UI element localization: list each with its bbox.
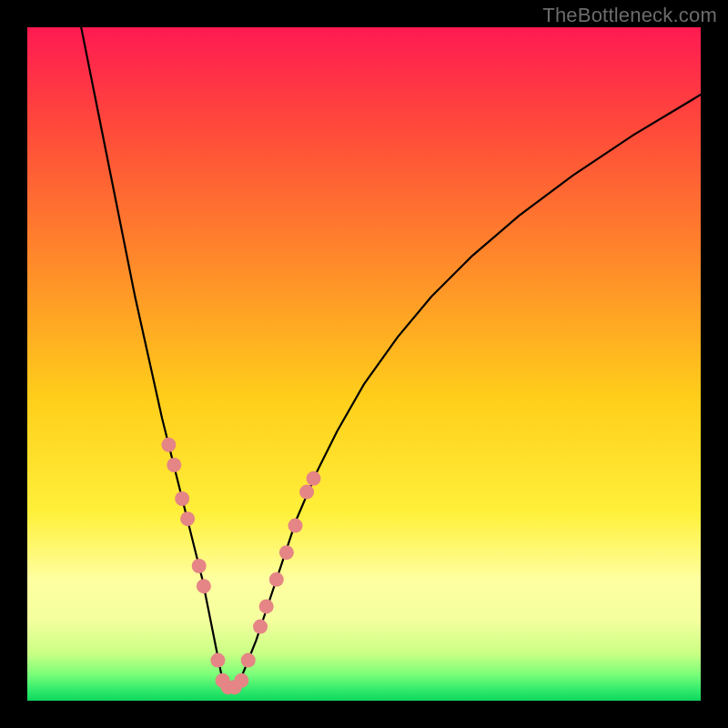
watermark-text: TheBottleneck.com bbox=[542, 4, 717, 27]
highlight-dot bbox=[175, 491, 189, 506]
highlight-dot bbox=[299, 485, 314, 500]
highlight-dot bbox=[307, 471, 321, 486]
highlight-dot bbox=[210, 653, 225, 668]
highlight-dot bbox=[192, 559, 207, 573]
highlight-dot bbox=[180, 511, 195, 526]
highlight-dot bbox=[234, 673, 248, 688]
highlight-dot bbox=[161, 438, 176, 452]
bottleneck-curve bbox=[81, 27, 701, 687]
highlight-dots bbox=[161, 438, 320, 694]
plot-area bbox=[27, 27, 701, 701]
highlight-dot bbox=[279, 545, 294, 560]
highlight-dot bbox=[288, 519, 303, 533]
chart-frame: TheBottleneck.com bbox=[0, 0, 728, 728]
highlight-dot bbox=[241, 653, 256, 668]
curve-layer bbox=[27, 27, 701, 701]
highlight-dot bbox=[253, 620, 268, 634]
highlight-dot bbox=[269, 572, 284, 587]
highlight-dot bbox=[259, 599, 274, 613]
highlight-dot bbox=[197, 579, 211, 593]
highlight-dot bbox=[167, 458, 181, 472]
